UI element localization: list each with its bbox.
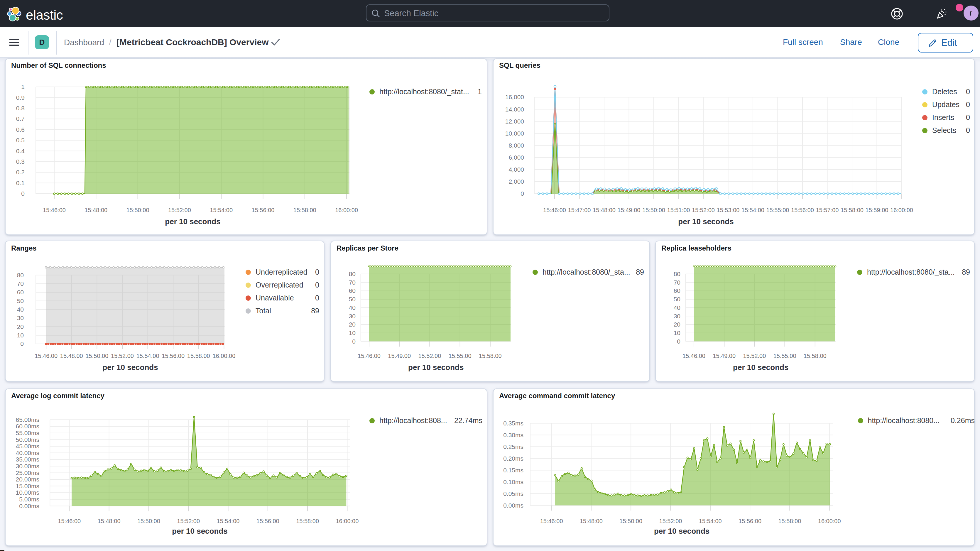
svg-text:0: 0 (677, 338, 681, 345)
svg-text:per 10 seconds: per 10 seconds (165, 217, 220, 226)
svg-text:15:56:00: 15:56:00 (252, 207, 275, 213)
svg-text:45.00ms: 45.00ms (16, 443, 39, 449)
svg-text:per 10 seconds: per 10 seconds (408, 363, 464, 372)
svg-text:70: 70 (349, 279, 356, 286)
svg-text:15:52:00: 15:52:00 (111, 353, 134, 359)
svg-text:40: 40 (349, 304, 356, 311)
svg-text:15:54:00: 15:54:00 (741, 207, 764, 213)
svg-text:70: 70 (17, 280, 24, 287)
svg-text:16:00:00: 16:00:00 (890, 207, 913, 213)
svg-text:0.15ms: 0.15ms (503, 467, 523, 473)
svg-text:35.00ms: 35.00ms (16, 456, 39, 463)
svg-text:15:51:00: 15:51:00 (667, 207, 690, 213)
svg-text:10: 10 (349, 330, 356, 336)
svg-text:0.8: 0.8 (16, 105, 25, 111)
svg-text:15:58:00: 15:58:00 (778, 518, 801, 524)
svg-text:0.6: 0.6 (16, 126, 25, 133)
svg-text:30: 30 (349, 313, 356, 320)
svg-text:50: 50 (17, 298, 24, 304)
svg-text:15:46:00: 15:46:00 (682, 353, 705, 359)
svg-text:15:47:00: 15:47:00 (568, 207, 591, 213)
svg-text:0.10ms: 0.10ms (503, 479, 523, 485)
svg-text:15:46:00: 15:46:00 (543, 207, 566, 213)
svg-text:15:52:00: 15:52:00 (692, 207, 715, 213)
svg-text:15:50:00: 15:50:00 (85, 353, 108, 359)
svg-text:15:49:00: 15:49:00 (617, 207, 641, 213)
svg-text:15:50:00: 15:50:00 (137, 518, 160, 524)
svg-text:30.00ms: 30.00ms (16, 463, 39, 470)
svg-text:15:52:00: 15:52:00 (743, 353, 766, 359)
svg-text:0.5: 0.5 (16, 137, 25, 143)
svg-text:15:58:00: 15:58:00 (187, 353, 210, 359)
svg-text:15:50:00: 15:50:00 (126, 207, 150, 213)
svg-text:15:50:00: 15:50:00 (619, 518, 642, 524)
svg-text:55.00ms: 55.00ms (16, 430, 39, 436)
svg-text:15:55:00: 15:55:00 (767, 207, 789, 213)
svg-text:40: 40 (17, 306, 24, 313)
svg-text:60: 60 (349, 287, 356, 294)
svg-text:30: 30 (17, 315, 24, 321)
svg-text:15:55:00: 15:55:00 (449, 353, 471, 359)
svg-text:25.00ms: 25.00ms (16, 470, 39, 476)
svg-text:0: 0 (352, 338, 356, 345)
svg-text:16:00:00: 16:00:00 (212, 353, 235, 359)
svg-text:15:46:00: 15:46:00 (58, 518, 81, 524)
svg-text:10,000: 10,000 (505, 130, 524, 137)
svg-text:50.00ms: 50.00ms (16, 436, 39, 443)
svg-text:15:48:00: 15:48:00 (593, 207, 616, 213)
svg-text:15:46:00: 15:46:00 (358, 353, 380, 359)
svg-text:60: 60 (17, 289, 24, 295)
svg-text:15:46:00: 15:46:00 (35, 353, 57, 359)
svg-text:15:56:00: 15:56:00 (791, 207, 814, 213)
svg-text:per 10 seconds: per 10 seconds (678, 217, 733, 226)
svg-text:15:57:00: 15:57:00 (816, 207, 839, 213)
svg-text:2,000: 2,000 (509, 178, 524, 185)
svg-text:50: 50 (674, 296, 681, 303)
svg-text:20: 20 (17, 323, 24, 330)
svg-text:0.30ms: 0.30ms (503, 432, 523, 438)
svg-text:50: 50 (349, 296, 356, 303)
svg-text:20: 20 (349, 321, 356, 328)
svg-text:6,000: 6,000 (509, 154, 524, 161)
svg-text:per 10 seconds: per 10 seconds (172, 527, 228, 535)
svg-text:15:49:00: 15:49:00 (388, 353, 411, 359)
svg-text:15:58:00: 15:58:00 (841, 207, 864, 213)
svg-text:10: 10 (674, 330, 681, 336)
svg-text:15:50:00: 15:50:00 (642, 207, 665, 213)
svg-text:15:56:00: 15:56:00 (256, 518, 279, 524)
svg-text:12,000: 12,000 (505, 118, 524, 125)
svg-text:10.00ms: 10.00ms (16, 489, 39, 496)
svg-text:15:58:00: 15:58:00 (479, 353, 502, 359)
svg-text:15:59:00: 15:59:00 (865, 207, 888, 213)
svg-text:0.9: 0.9 (16, 94, 25, 101)
svg-text:8,000: 8,000 (509, 142, 524, 149)
svg-text:65.00ms: 65.00ms (16, 416, 39, 423)
svg-text:0.05ms: 0.05ms (503, 490, 523, 497)
svg-text:15:55:00: 15:55:00 (773, 353, 796, 359)
svg-text:14,000: 14,000 (505, 106, 524, 113)
svg-text:15:52:00: 15:52:00 (418, 353, 441, 359)
svg-text:80: 80 (349, 271, 356, 277)
svg-text:16:00:00: 16:00:00 (818, 518, 841, 524)
svg-text:30: 30 (674, 313, 681, 320)
svg-text:0.00ms: 0.00ms (503, 502, 523, 509)
svg-text:0.20ms: 0.20ms (503, 455, 523, 462)
svg-text:0.4: 0.4 (16, 148, 25, 154)
svg-text:0.1: 0.1 (16, 180, 25, 186)
svg-text:0.3: 0.3 (16, 158, 25, 165)
svg-text:5.00ms: 5.00ms (19, 496, 39, 503)
svg-text:70: 70 (674, 279, 681, 286)
svg-text:15:48:00: 15:48:00 (60, 353, 83, 359)
svg-text:20.00ms: 20.00ms (16, 476, 39, 483)
svg-text:60.00ms: 60.00ms (16, 423, 39, 430)
svg-text:0: 0 (21, 190, 25, 197)
svg-text:15:56:00: 15:56:00 (162, 353, 185, 359)
svg-text:15:52:00: 15:52:00 (168, 207, 191, 213)
svg-text:per 10 seconds: per 10 seconds (102, 363, 158, 372)
svg-text:15:54:00: 15:54:00 (210, 207, 233, 213)
svg-text:15:46:00: 15:46:00 (540, 518, 563, 524)
svg-text:40.00ms: 40.00ms (16, 449, 39, 456)
svg-text:16:00:00: 16:00:00 (335, 207, 358, 213)
svg-text:0.7: 0.7 (16, 115, 25, 122)
svg-text:15:56:00: 15:56:00 (738, 518, 761, 524)
